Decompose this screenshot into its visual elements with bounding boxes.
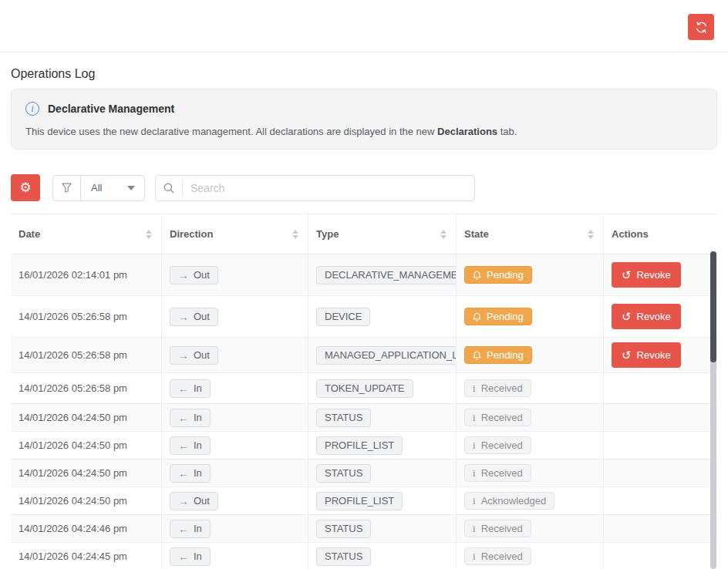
- cell-actions: ↺Revoke: [604, 338, 717, 372]
- date-value: 14/01/2026 04:24:50 pm: [19, 412, 127, 423]
- sync-icon: [695, 21, 708, 34]
- cell-actions: [604, 432, 717, 459]
- column-header-state[interactable]: State: [457, 214, 604, 254]
- undo-icon: ↺: [622, 269, 632, 281]
- refresh-button[interactable]: [688, 14, 714, 40]
- table-row: 14/01/2026 05:26:58 pm←InTOKEN_UPDATEiRe…: [11, 373, 717, 404]
- direction-tag: ←In: [170, 436, 211, 455]
- date-value: 14/01/2026 05:26:58 pm: [19, 349, 127, 361]
- sort-asc-icon[interactable]: [146, 230, 152, 234]
- cell-actions: [604, 373, 717, 403]
- sort-desc-icon[interactable]: [440, 235, 447, 239]
- cell-type: PROFILE_LIST: [308, 432, 457, 459]
- type-tag: STATUS: [316, 547, 371, 566]
- column-header-type[interactable]: Type: [308, 214, 457, 254]
- state-label: Acknowledged: [481, 495, 547, 507]
- cell-type: STATUS: [308, 404, 457, 431]
- sort-carets-icon[interactable]: [588, 230, 594, 239]
- search-box: [155, 175, 475, 201]
- column-header-date[interactable]: Date: [11, 214, 162, 254]
- cell-type: STATUS: [308, 543, 457, 569]
- direction-label: In: [194, 467, 202, 479]
- revoke-button-label: Revoke: [637, 311, 671, 322]
- filter-dropdown[interactable]: All: [52, 175, 145, 201]
- table-toolbar: ⚙ All: [11, 174, 717, 201]
- direction-tag: ←In: [170, 464, 211, 483]
- type-tag: STATUS: [316, 520, 371, 538]
- info-icon: i: [473, 382, 476, 395]
- table-header-row: DateDirectionTypeStateActions: [11, 214, 717, 254]
- sort-desc-icon[interactable]: [146, 235, 152, 239]
- banner-header: i Declarative Management: [25, 102, 703, 116]
- state-badge: iReceived: [464, 436, 531, 454]
- sort-carets-icon[interactable]: [146, 230, 152, 239]
- declarative-management-banner: i Declarative Management This device use…: [11, 89, 717, 150]
- cell-direction: ←In: [162, 404, 308, 431]
- type-tag: PROFILE_LIST: [316, 436, 403, 455]
- state-label: Received: [481, 523, 523, 534]
- state-badge: iReceived: [464, 409, 531, 426]
- sort-carets-icon[interactable]: [292, 230, 298, 239]
- cell-state: iReceived: [457, 543, 604, 569]
- sort-asc-icon[interactable]: [440, 230, 447, 234]
- arrow-right-icon: →: [178, 349, 189, 362]
- scrollbar-thumb[interactable]: [710, 251, 716, 362]
- cell-direction: →Out: [162, 254, 308, 295]
- column-header-actions: Actions: [604, 214, 717, 254]
- state-badge: iReceived: [464, 379, 531, 397]
- revoke-button[interactable]: ↺Revoke: [612, 304, 681, 329]
- direction-tag: ←In: [170, 547, 211, 566]
- type-tag: MANAGED_APPLICATION_LIST: [316, 346, 457, 365]
- operations-table: DateDirectionTypeStateActions 16/01/2026…: [11, 214, 717, 569]
- state-badge: Pending: [464, 266, 532, 284]
- state-badge: iReceived: [464, 464, 531, 482]
- type-tag: PROFILE_LIST: [316, 492, 403, 510]
- search-input[interactable]: [183, 176, 474, 200]
- page-title: Operations Log: [11, 67, 717, 81]
- cell-actions: [604, 460, 717, 487]
- cell-state: iReceived: [457, 373, 604, 403]
- arrow-left-icon: ←: [178, 523, 189, 535]
- info-icon: i: [25, 102, 39, 116]
- cell-type: STATUS: [308, 515, 457, 542]
- cell-actions: [604, 487, 717, 514]
- arrow-left-icon: ←: [178, 382, 189, 395]
- cell-date: 14/01/2026 05:26:58 pm: [11, 338, 162, 372]
- info-icon-glyph: i: [31, 103, 33, 115]
- state-label: Pending: [487, 349, 524, 361]
- column-label: Direction: [170, 228, 213, 240]
- scrollbar-track[interactable]: [710, 251, 716, 569]
- direction-label: In: [194, 382, 202, 394]
- state-label: Received: [481, 412, 523, 423]
- sort-desc-icon[interactable]: [292, 235, 298, 239]
- cell-direction: →Out: [162, 487, 308, 514]
- column-header-direction[interactable]: Direction: [162, 214, 308, 254]
- table-row: 14/01/2026 04:24:50 pm←InSTATUSiReceived: [11, 460, 717, 487]
- state-label: Pending: [487, 311, 524, 322]
- table-row: 14/01/2026 05:26:58 pm→OutDEVICEPending↺…: [11, 296, 717, 338]
- cell-date: 16/01/2026 02:14:01 pm: [11, 254, 162, 295]
- direction-label: In: [194, 412, 202, 423]
- settings-button[interactable]: ⚙: [11, 174, 40, 201]
- cell-date: 14/01/2026 04:24:50 pm: [11, 404, 162, 431]
- sort-asc-icon[interactable]: [588, 230, 594, 234]
- direction-tag: →Out: [170, 308, 218, 326]
- cell-date: 14/01/2026 04:24:50 pm: [11, 460, 162, 487]
- sort-carets-icon[interactable]: [440, 230, 447, 239]
- revoke-button[interactable]: ↺Revoke: [612, 342, 681, 368]
- column-label: Type: [316, 228, 339, 240]
- cell-direction: ←In: [162, 543, 308, 569]
- revoke-button[interactable]: ↺Revoke: [612, 262, 681, 288]
- bell-icon: [473, 312, 481, 322]
- direction-tag: ←In: [170, 409, 211, 427]
- revoke-button-label: Revoke: [637, 269, 671, 281]
- sort-desc-icon[interactable]: [588, 235, 594, 239]
- direction-label: Out: [194, 349, 210, 361]
- date-value: 14/01/2026 04:24:50 pm: [19, 495, 127, 507]
- arrow-right-icon: →: [178, 495, 189, 507]
- column-label: Actions: [612, 228, 649, 240]
- sort-asc-icon[interactable]: [292, 230, 298, 234]
- cell-direction: ←In: [162, 460, 308, 487]
- cell-state: Pending: [457, 338, 604, 372]
- cell-type: TOKEN_UPDATE: [308, 373, 457, 403]
